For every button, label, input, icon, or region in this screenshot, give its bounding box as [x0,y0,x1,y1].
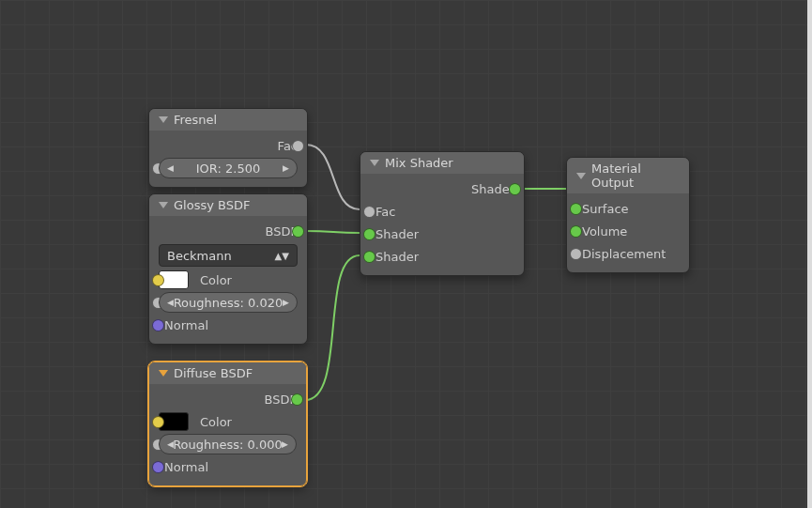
output-row-bsdf: BSDF [159,220,298,242]
socket-in-volume[interactable] [570,225,582,238]
socket-out-bsdf[interactable] [292,225,304,238]
collapse-icon[interactable] [159,370,168,377]
output-row-fac: Fac [159,134,298,157]
input-row-color: Color [159,269,298,291]
output-row-bsdf: BSDF [159,388,297,410]
collapse-icon[interactable] [159,116,168,123]
socket-in-shader2[interactable] [363,251,375,263]
node-editor-canvas[interactable]: Fresnel Fac ◀ IOR: 2.500 ▶ Glossy BSDF [0,0,812,508]
socket-in-fac[interactable] [363,206,375,218]
node-title: Glossy BSDF [174,198,250,212]
node-title: Diffuse BSDF [174,366,253,380]
roughness-value-slider[interactable]: ◀ Roughness: 0.000 ▶ [159,434,297,454]
input-row-ior: ◀ IOR: 2.500 ▶ [159,157,298,179]
collapse-icon[interactable] [159,202,168,208]
ior-value-slider[interactable]: ◀ IOR: 2.500 ▶ [159,158,298,178]
socket-in-normal[interactable] [152,461,164,473]
panel-edge[interactable] [807,0,812,508]
socket-out-shader[interactable] [509,183,521,195]
node-header[interactable]: Glossy BSDF [149,194,307,216]
socket-in-color[interactable] [152,274,164,286]
chevron-right-icon[interactable]: ▶ [282,439,288,449]
collapse-icon[interactable] [370,160,379,166]
node-mix-shader[interactable]: Mix Shader Shader Fac Shader Shader [360,151,525,276]
input-row-displacement: Displacement [576,242,680,265]
updown-icon: ▲▼ [275,251,289,261]
node-title: Fresnel [174,113,217,127]
input-row-roughness: ◀ Roughness: 0.020 ▶ [159,291,298,314]
socket-in-normal[interactable] [152,319,164,331]
distribution-select[interactable]: Beckmann ▲▼ [159,244,298,267]
node-title: Material Output [591,162,680,190]
node-header[interactable]: Mix Shader [360,152,524,174]
chevron-left-icon[interactable]: ◀ [167,163,174,173]
node-header[interactable]: Diffuse BSDF [149,362,306,384]
chevron-right-icon[interactable]: ▶ [283,163,289,173]
node-diffuse-bsdf[interactable]: Diffuse BSDF BSDF Color ◀ Roughness: 0.0… [148,362,307,486]
chevron-left-icon[interactable]: ◀ [167,298,174,307]
node-header[interactable]: Material Output [567,158,689,193]
chevron-left-icon[interactable]: ◀ [167,439,174,449]
socket-out-fac[interactable] [292,140,304,152]
node-glossy-bsdf[interactable]: Glossy BSDF BSDF Beckmann ▲▼ Color [148,193,308,345]
input-row-normal: Normal [159,455,297,478]
input-row-color: Color [159,410,297,433]
input-row-normal: Normal [159,314,298,336]
socket-in-shader1[interactable] [363,228,375,240]
input-row-fac: Fac [370,200,514,223]
node-material-output[interactable]: Material Output Surface Volume Displacem… [566,157,690,273]
distribution-row: Beckmann ▲▼ [159,242,298,269]
input-row-surface: Surface [576,197,680,220]
socket-in-displacement[interactable] [570,248,582,260]
input-row-roughness: ◀ Roughness: 0.000 ▶ [159,433,297,455]
node-title: Mix Shader [385,156,453,170]
collapse-icon[interactable] [576,173,586,179]
input-row-shader2: Shader [370,245,514,268]
socket-out-bsdf[interactable] [291,393,303,406]
node-fresnel[interactable]: Fresnel Fac ◀ IOR: 2.500 ▶ [148,108,308,188]
socket-in-surface[interactable] [570,203,582,215]
input-row-shader1: Shader [370,223,514,245]
roughness-value-slider[interactable]: ◀ Roughness: 0.020 ▶ [159,292,298,313]
node-header[interactable]: Fresnel [149,109,307,131]
socket-in-color[interactable] [152,416,164,428]
output-row-shader: Shader [370,177,514,200]
chevron-right-icon[interactable]: ▶ [283,298,289,307]
input-row-volume: Volume [576,220,680,242]
